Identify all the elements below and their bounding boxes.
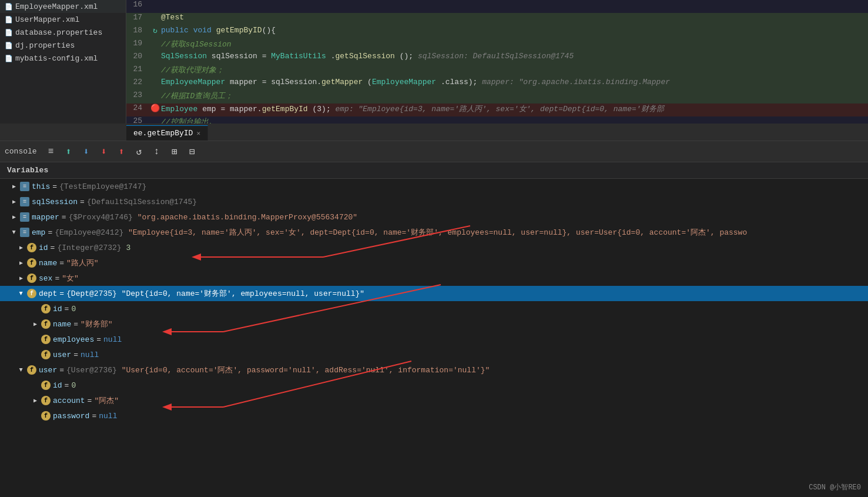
var-row-emp-name[interactable]: ▶ f name = "路人丙" [0,255,868,271]
dept-employees-badge: f [41,335,51,344]
expand-emp-user[interactable]: ▶ [16,365,26,375]
expand-user-password [31,411,40,421]
expand-emp-sex[interactable]: ▶ [16,273,26,283]
toolbar-split-btn[interactable]: ↕ [149,144,165,160]
dept-badge: f [27,289,36,298]
var-row-user-password[interactable]: f password = null [0,408,868,423]
file-item-dj-props[interactable]: 📄 dj.properties [0,39,126,52]
dept-id-badge: f [41,304,51,313]
debug-toolbar: console ≡ ⬆ ⬇ ⬇ ⬆ ↺ ↕ ⊞ ⊟ [0,141,868,162]
dept-user-badge: f [41,350,51,359]
watermark: CSDN @小智RE0 [809,482,861,492]
expand-dept-employees [31,335,40,344]
variables-tree[interactable]: ▶ = this = {TestEmployee@1747} ▶ = sqlSe… [0,179,868,497]
var-row-mapper[interactable]: ▶ = mapper = {$Proxy4@1746} "org.apache.… [0,209,868,225]
code-line-21: 21 //获取代理对象； [126,65,868,78]
code-line-19: 19 //获取sqlSession [126,39,868,52]
var-row-emp-sex[interactable]: ▶ f sex = "女" [0,271,868,286]
mapper-badge: = [20,212,29,222]
xml-icon: 📄 [5,3,13,11]
code-line-16: 16 [126,0,868,13]
console-label: console [5,147,37,156]
expand-user-id [31,381,40,390]
var-row-sqlsession[interactable]: ▶ = sqlSession = {DefaultSqlSession@1745… [0,194,868,209]
props-icon: 📄 [5,42,13,49]
toolbar-down-blue-btn[interactable]: ⬇ [78,144,95,160]
var-row-this[interactable]: ▶ = this = {TestEmployee@1747} [0,179,868,194]
var-row-dept-employees[interactable]: f employees = null [0,332,868,347]
dept-name-badge: f [41,319,51,329]
var-row-user-account[interactable]: ▶ f account = "阿杰" [0,393,868,408]
emp-sex-badge: f [27,273,36,283]
code-editor: 📄 EmployeeMapper.xml 📄 UserMapper.xml 📄 … [0,0,868,124]
toolbar-menu-btn[interactable]: ≡ [43,144,59,160]
var-row-emp-user[interactable]: ▶ f user = {User@2736} "User{id=0, accou… [0,362,868,378]
file-item-mybatis-config[interactable]: 📄 mybatis-config.xml [0,52,126,65]
emp-user-badge: f [27,365,36,375]
file-item-db-props[interactable]: 📄 database.properties [0,26,126,39]
user-account-badge: f [41,396,51,405]
tab-close-btn[interactable]: ✕ [196,129,200,137]
expand-user-account[interactable]: ▶ [31,396,40,405]
variables-header: Variables [0,162,868,179]
this-badge: = [20,182,29,191]
expand-emp-name[interactable]: ▶ [16,258,26,268]
var-row-dept-user[interactable]: f user = null [0,347,868,362]
expand-sqlsession[interactable]: ▶ [9,197,19,206]
var-row-dept-name[interactable]: ▶ f name = "财务部" [0,316,868,332]
expand-dept-user [31,350,40,359]
code-content-area: 16 17 @Test 18 ↻ public void getEmpByID(… [126,0,868,124]
expand-this[interactable]: ▶ [9,182,19,191]
user-password-badge: f [41,411,51,421]
file-item-employee-mapper[interactable]: 📄 EmployeeMapper.xml [0,0,126,13]
toolbar-list-btn[interactable]: ⊟ [184,144,200,160]
code-line-17: 17 @Test [126,13,868,26]
emp-badge: = [20,228,29,237]
emp-id-badge: f [27,243,36,252]
xml-icon: 📄 [5,55,13,62]
xml-icon: 📄 [5,16,13,24]
toolbar-refresh-btn[interactable]: ↺ [131,144,148,160]
code-line-23: 23 //根据ID查询员工； [126,91,868,104]
var-row-emp-id[interactable]: ▶ f id = {Integer@2732} 3 [0,240,868,255]
toolbar-grid-btn[interactable]: ⊞ [166,144,183,160]
toolbar-up2-btn[interactable]: ⬆ [113,144,130,160]
code-line-22: 22 EmployeeMapper mapper = sqlSession.ge… [126,78,868,91]
code-line-24: 24 🔴 Employee emp = mapper.getEmpById (3… [126,104,868,116]
var-row-user-id[interactable]: f id = 0 [0,378,868,393]
toolbar-down-btn[interactable]: ⬇ [96,144,112,160]
props-icon: 📄 [5,29,13,36]
var-row-emp[interactable]: ▶ = emp = {Employee@2412} "Employee{id=3… [0,225,868,240]
expand-dept-name[interactable]: ▶ [31,319,40,329]
user-id-badge: f [41,381,51,390]
emp-name-badge: f [27,258,36,268]
code-line-20: 20 SqlSession sqlSession = MyBatisUtils … [126,52,868,65]
expand-emp[interactable]: ▶ [9,228,19,237]
tab-bar: ee.getEmpByID ✕ [0,124,868,141]
tab-get-emp-by-id[interactable]: ee.getEmpByID ✕ [126,125,208,141]
expand-dept[interactable]: ▶ [16,289,26,298]
expand-emp-id[interactable]: ▶ [16,243,26,252]
code-line-25: 25 //控制台输出. [126,116,868,124]
var-row-dept-id[interactable]: f id = 0 [0,301,868,316]
expand-dept-id [31,304,40,313]
code-line-18: 18 ↻ public void getEmpByID(){ [126,26,868,39]
sqlsession-badge: = [20,197,29,206]
toolbar-up-btn[interactable]: ⬆ [61,144,77,160]
expand-mapper[interactable]: ▶ [9,212,19,222]
var-row-dept[interactable]: ▶ f dept = {Dept@2735} "Dept{id=0, name=… [0,286,868,301]
file-item-user-mapper[interactable]: 📄 UserMapper.xml [0,13,126,26]
file-tree: 📄 EmployeeMapper.xml 📄 UserMapper.xml 📄 … [0,0,126,124]
